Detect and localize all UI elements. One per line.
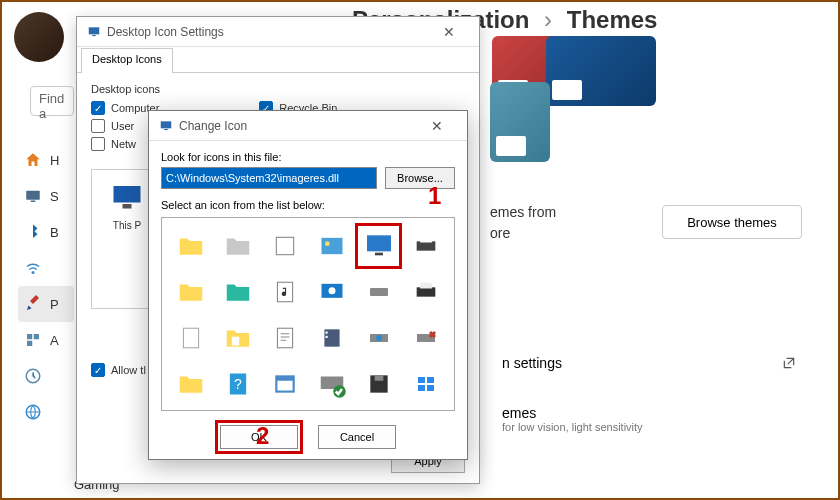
sidebar-item-network[interactable]	[18, 250, 74, 286]
folder-docs-icon	[223, 323, 253, 353]
folder-icon	[176, 231, 206, 261]
svg-rect-28	[231, 337, 239, 346]
icon-file-path-input[interactable]: C:\Windows\System32\imageres.dll	[161, 167, 377, 189]
svg-rect-1	[31, 201, 36, 203]
dialog-title: Desktop Icon Settings	[107, 25, 224, 39]
sidebar-item-system[interactable]: S	[18, 178, 74, 214]
browse-button[interactable]: Browse...	[385, 167, 455, 189]
folder-icon	[223, 277, 253, 307]
browse-themes-button[interactable]: Browse themes	[662, 205, 802, 239]
floppy-icon	[366, 371, 392, 397]
icon-option[interactable]	[309, 270, 354, 314]
icon-option[interactable]	[215, 270, 260, 314]
external-link-icon	[782, 356, 796, 370]
icon-option[interactable]	[403, 362, 448, 406]
svg-rect-8	[89, 27, 100, 34]
svg-rect-27	[183, 328, 198, 348]
video-file-icon	[319, 323, 345, 353]
tab-desktop-icons[interactable]: Desktop Icons	[81, 48, 173, 73]
icon-option[interactable]	[168, 316, 213, 360]
theme-tile[interactable]	[490, 82, 550, 162]
chevron-right-icon: ›	[544, 6, 552, 33]
checkbox-network[interactable]: Netw	[91, 137, 136, 151]
theme-tile[interactable]	[546, 36, 656, 106]
drive-ok-icon	[317, 369, 347, 399]
svg-rect-11	[123, 204, 132, 209]
file-icon	[178, 323, 204, 353]
globe-icon	[24, 403, 42, 421]
icon-option[interactable]: ?	[215, 362, 260, 406]
sidebar-item-personalization[interactable]: P	[18, 286, 74, 322]
svg-point-34	[376, 335, 382, 341]
icon-option[interactable]	[168, 224, 213, 268]
monitor-icon	[363, 230, 395, 262]
brush-icon	[24, 295, 42, 313]
dialog-title: Change Icon	[179, 119, 247, 133]
checkbox-icon[interactable]: ✓	[91, 363, 105, 377]
pc-icon	[109, 180, 145, 216]
icon-option[interactable]	[262, 316, 307, 360]
store-text: emes from ore	[490, 202, 556, 244]
icon-option[interactable]	[356, 362, 401, 406]
folder-open-icon	[223, 231, 253, 261]
icon-option[interactable]	[309, 362, 354, 406]
svg-rect-32	[325, 336, 327, 338]
folder-icon	[176, 369, 206, 399]
printer-icon	[411, 232, 441, 260]
close-button[interactable]: ✕	[417, 118, 457, 134]
help-file-icon: ?	[224, 369, 252, 399]
related-contrast-themes[interactable]: emes for low vision, light sensitivity	[490, 394, 808, 444]
sidebar-item-time[interactable]	[18, 394, 74, 430]
icon-option[interactable]	[168, 270, 213, 314]
apps-icon	[24, 331, 42, 349]
svg-rect-20	[420, 237, 432, 243]
sidebar-item-bluetooth[interactable]: B	[18, 214, 74, 250]
checkbox-icon	[91, 119, 105, 133]
icon-option[interactable]	[168, 362, 213, 406]
icon-option[interactable]	[309, 224, 354, 268]
dialog-titlebar[interactable]: Desktop Icon Settings ✕	[77, 17, 479, 47]
printer-icon	[411, 278, 441, 306]
icon-option-selected[interactable]	[356, 224, 401, 268]
cancel-button[interactable]: Cancel	[318, 425, 396, 449]
svg-rect-5	[27, 341, 32, 346]
svg-rect-13	[164, 128, 168, 129]
svg-rect-47	[427, 385, 434, 391]
icon-option[interactable]	[403, 270, 448, 314]
sidebar-item-home[interactable]: H	[18, 142, 74, 178]
icon-option[interactable]	[309, 316, 354, 360]
disc-drive-icon	[364, 326, 394, 350]
icon-option[interactable]	[262, 270, 307, 314]
svg-rect-3	[27, 334, 32, 339]
icon-option[interactable]	[262, 224, 307, 268]
sidebar-item-accounts[interactable]	[18, 358, 74, 394]
related-desktop-icon-settings[interactable]: n settings	[490, 338, 808, 388]
callout-1: 1	[428, 182, 441, 210]
icon-option[interactable]	[215, 316, 260, 360]
change-icon-dialog: Change Icon ✕ Look for icons in this fil…	[148, 110, 468, 460]
clock-icon	[24, 367, 42, 385]
svg-rect-15	[321, 238, 342, 254]
monitor-icon	[159, 119, 173, 133]
dialog-titlebar[interactable]: Change Icon ✕	[149, 111, 467, 141]
icon-option[interactable]	[262, 362, 307, 406]
icon-option[interactable]	[356, 270, 401, 314]
preview-this-pc[interactable]: This P	[102, 180, 152, 298]
close-button[interactable]: ✕	[429, 24, 469, 40]
folder-icon	[176, 277, 206, 307]
system-icon	[24, 187, 42, 205]
icon-list[interactable]: ?	[161, 217, 455, 411]
checkbox-icon: ✓	[91, 101, 105, 115]
checkbox-user-files[interactable]: User	[91, 119, 134, 133]
breadcrumb-page: Themes	[567, 6, 658, 33]
icon-option[interactable]	[403, 224, 448, 268]
icon-option[interactable]	[356, 316, 401, 360]
svg-rect-14	[276, 237, 293, 254]
icon-option[interactable]	[403, 316, 448, 360]
sidebar-item-apps[interactable]: A	[18, 322, 74, 358]
svg-rect-4	[34, 334, 39, 339]
svg-rect-10	[114, 186, 141, 203]
window-icon	[272, 370, 298, 398]
search-input[interactable]: Find a	[30, 86, 74, 116]
icon-option[interactable]	[215, 224, 260, 268]
